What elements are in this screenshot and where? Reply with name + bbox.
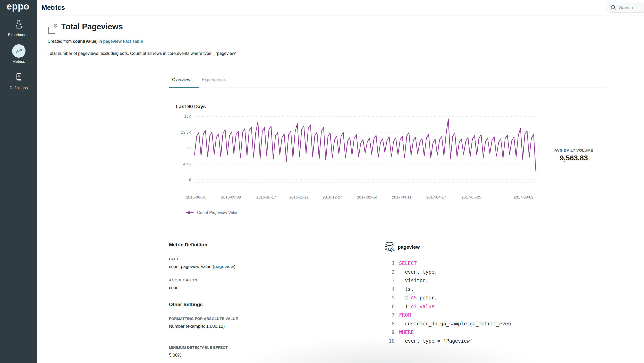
aggregation-value: count (169, 285, 180, 290)
fact-value-suffix: ) (234, 264, 235, 269)
svg-text:SQL: SQL (387, 248, 395, 252)
code-text: ts, (399, 285, 414, 294)
line-number: 5 (384, 293, 395, 302)
avg-daily-volume-stat: AVG DAILY VOLUME 9,563.83 (551, 148, 596, 162)
header-divider (41, 66, 644, 66)
line-number: 9 (384, 328, 395, 337)
metric-definition-heading: Metric Definition (169, 242, 207, 248)
column-divider (375, 243, 375, 363)
created-from-prefix: Created from (48, 39, 73, 44)
stat-value: 9,563.83 (551, 154, 596, 162)
line-number: 4 (384, 285, 395, 294)
svg-text:2017-05-25: 2017-05-25 (461, 195, 481, 199)
search-input[interactable]: Search (607, 3, 644, 13)
svg-text:9K: 9K (187, 146, 191, 150)
sidebar-item-metrics[interactable]: Metrics (0, 44, 37, 64)
svg-text:18K: 18K (184, 114, 191, 118)
metric-description: Total number of pageviews, excluding bot… (48, 51, 236, 56)
code-text: customer_db.ga_sample.ga_metric_even (399, 319, 511, 328)
sql-panel-title: pageview (398, 244, 420, 250)
created-from-middle: in (98, 39, 103, 44)
other-settings-heading: Other Settings (169, 302, 203, 307)
tab-overview[interactable]: Overview (172, 77, 190, 82)
formatting-value: Number (example: 1,000.12) (169, 324, 225, 329)
sidebar-item-label: Definitions (0, 85, 37, 90)
code-text: SELECT (399, 259, 417, 268)
eppo-logo[interactable]: eppo (7, 1, 29, 12)
sql-code-line: 3 visitor, (384, 276, 511, 285)
svg-text:2017-08-02: 2017-08-02 (514, 195, 533, 199)
sidebar-item-label: Experiments (0, 32, 37, 37)
svg-text:2016-11-21: 2016-11-21 (289, 195, 309, 199)
fact-value-prefix: count pageview Value ( (169, 264, 214, 269)
sql-code-line: 1SELECT (384, 259, 511, 268)
created-from-line: Created from count(Value) in pageview Fa… (48, 39, 143, 44)
fact-table-link[interactable]: pageview Fact Table (103, 39, 143, 44)
svg-text:2016-12-27: 2016-12-27 (323, 195, 342, 199)
fact-value: count pageview Value (pageview) (169, 264, 235, 269)
mde-label: MINIMUM DETECTABLE EFFECT (169, 345, 228, 350)
svg-text:4.5K: 4.5K (183, 162, 191, 166)
code-text: FROM (399, 311, 411, 319)
search-icon (610, 5, 616, 11)
sql-code-line: 6 1 AS value (384, 302, 511, 311)
line-number: 7 (384, 311, 395, 319)
page-title: Total Pageviews (61, 22, 123, 31)
sql-code-line: 7FROM (384, 311, 511, 319)
active-tab-underline (169, 87, 199, 88)
sql-code-line: 9WHERE (384, 328, 511, 337)
volume-chart[interactable]: 04.5K9K13.5K18K2016-08-012016-09-092016-… (169, 111, 608, 201)
stat-label: AVG DAILY VOLUME (551, 148, 596, 152)
legend-line-marker (185, 212, 194, 213)
code-text: event_type, (399, 268, 437, 276)
sql-code-line: 8 customer_db.ga_sample.ga_metric_even (384, 319, 511, 328)
mde-value: 5.00% (169, 353, 181, 358)
code-text: visitor, (399, 276, 428, 285)
sql-code-line: 4 ts, (384, 285, 511, 294)
svg-text:2017-03-11: 2017-03-11 (392, 195, 411, 199)
svg-text:0: 0 (189, 177, 191, 182)
svg-text:2017-04-17: 2017-04-17 (426, 195, 446, 199)
aggregation-label: AGGREGATION (169, 278, 197, 282)
legend-item-count-pageview-value[interactable]: Count Pageview Value (185, 210, 239, 215)
svg-text:13.5K: 13.5K (181, 130, 191, 134)
svg-text:2017-02-02: 2017-02-02 (357, 195, 377, 199)
fact-label: FACT (169, 257, 179, 261)
sidebar-item-label: Metrics (0, 59, 37, 64)
page-section-title: Metrics (41, 4, 65, 12)
search-placeholder: Search (619, 5, 633, 10)
line-number: 2 (384, 268, 395, 276)
sidebar-item-definitions[interactable]: Definitions (0, 70, 37, 90)
code-text: 1 AS value (399, 302, 434, 311)
book-icon (0, 70, 37, 84)
line-number: 6 (384, 302, 395, 311)
line-number: 10 (384, 337, 395, 345)
line-number: 3 (384, 276, 395, 285)
line-number: 8 (384, 319, 395, 328)
code-text: event_type = 'Pageview' (399, 337, 473, 345)
sql-panel-header: SQL pageview (384, 241, 420, 253)
sql-database-icon: SQL (384, 241, 395, 253)
svg-text:2016-08-01: 2016-08-01 (186, 195, 206, 199)
formatting-label: FORMATTING FOR ABSOLUTE VALUE (169, 317, 238, 321)
flask-icon (0, 17, 37, 31)
section-divider (169, 229, 608, 229)
svg-text:2016-10-17: 2016-10-17 (256, 195, 276, 199)
sql-code-line: 2 event_type, (384, 268, 511, 276)
code-text: WHERE (399, 328, 414, 337)
pageview-fact-link[interactable]: pageview (214, 264, 234, 269)
line-number: 1 (384, 259, 395, 268)
line-chart-icon (12, 44, 26, 58)
sql-code-block: 1SELECT2 event_type,3 visitor,4 ts,5 2 A… (384, 259, 511, 345)
main-content: ⚙ Total Pageviews Created from count(Val… (37, 15, 644, 363)
sidebar: eppo Experiments Metrics (0, 0, 37, 363)
app-window: eppo Experiments Metrics (0, 0, 644, 363)
tab-baseline (169, 88, 607, 88)
metric-icon: ⚙ (48, 24, 58, 34)
code-text: 2 AS peter, (399, 293, 437, 302)
legend-label: Count Pageview Value (197, 210, 239, 215)
sidebar-item-experiments[interactable]: Experiments (0, 17, 37, 37)
tab-experiments[interactable]: Experiments (202, 77, 226, 82)
svg-text:2016-09-09: 2016-09-09 (221, 195, 241, 199)
sql-code-line: 10 event_type = 'Pageview' (384, 337, 511, 345)
